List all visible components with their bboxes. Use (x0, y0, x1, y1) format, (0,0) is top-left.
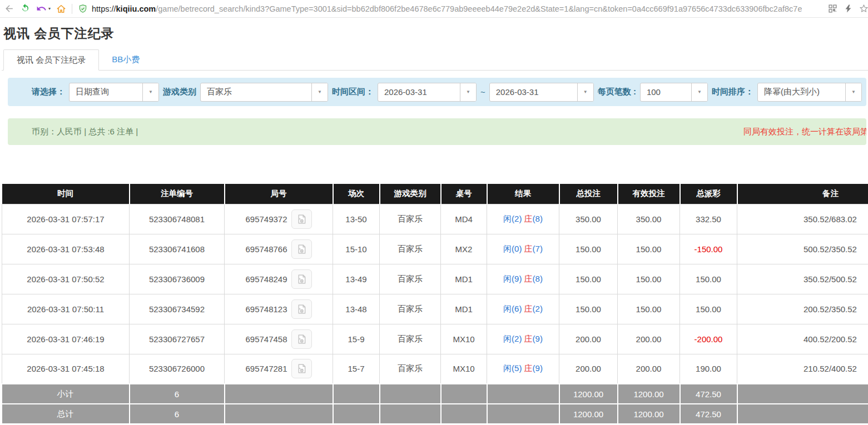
subtotal-count: 6 (130, 384, 225, 404)
cell-session: 13-48 (333, 294, 380, 324)
tab-bet-records[interactable]: 视讯 会员下注纪录 (3, 49, 99, 71)
result-player: 闲(5) (503, 363, 522, 373)
video-replay-button[interactable] (291, 299, 312, 319)
query-type-label: 请选择： (32, 87, 65, 97)
cell-session: 15-9 (333, 324, 380, 354)
cell-bet-id: 523306734592 (130, 294, 225, 324)
cell-payout: -150.00 (680, 234, 737, 264)
cell-valid-bet: 350.00 (618, 204, 680, 234)
table-row: 2026-03-31 07:50:52 523306736009 6957482… (2, 264, 868, 294)
cell-time: 2026-03-31 07:50:52 (2, 264, 130, 294)
cell-game-type: 百家乐 (380, 324, 441, 354)
video-replay-button[interactable] (291, 209, 312, 229)
sort-order-label: 时间排序： (712, 87, 753, 97)
round-id-value: 695747458 (245, 334, 287, 344)
sort-order-value: 降幂(由大到小) (758, 83, 845, 101)
result-banker: 庄 (524, 304, 533, 313)
cell-table-no: MX10 (441, 324, 487, 354)
cell-result: 闲(6) 庄(2) (487, 294, 559, 324)
cell-game-type: 百家乐 (380, 294, 441, 324)
date-to-select[interactable]: 2026-03-31 (489, 83, 594, 102)
cell-table-no: MD1 (441, 264, 487, 294)
home-icon[interactable] (56, 3, 67, 14)
back-icon[interactable] (3, 3, 14, 14)
cell-valid-bet: 150.00 (618, 234, 680, 264)
table-footer: 小计 6 1200.00 1200.00 472.50 总计 6 1200.00… (2, 384, 868, 424)
round-id-value: 695748249 (245, 274, 287, 284)
time-range-label: 时间区间： (332, 87, 374, 97)
cell-total-bet[interactable]: 150.00 (559, 234, 618, 264)
cell-remark: 350.52/683.02 (737, 204, 868, 234)
table-row: 2026-03-31 07:57:17 523306748081 6957493… (2, 204, 868, 234)
cell-total-bet[interactable]: 150.00 (559, 264, 618, 294)
total-row: 总计 6 1200.00 1200.00 472.50 (2, 404, 868, 424)
url-text[interactable]: https://kiqiiu.com/game/betrecord_search… (92, 4, 802, 13)
url-domain: kiqiiu.com (116, 4, 156, 13)
chevron-down-icon[interactable] (577, 83, 593, 101)
query-type-value: 日期查询 (70, 83, 142, 101)
security-shield-icon[interactable] (77, 3, 88, 14)
cell-total-bet[interactable]: 150.00 (559, 294, 618, 324)
game-type-value: 百家乐 (201, 83, 311, 101)
lightning-icon[interactable] (842, 3, 854, 14)
header-table-no: 桌号 (441, 184, 487, 204)
cell-total-bet[interactable]: 200.00 (559, 354, 618, 384)
cell-bet-id: 523306727657 (130, 324, 225, 354)
page-size-select[interactable]: 100 (640, 83, 708, 102)
sort-order-select[interactable]: 降幂(由大到小) (757, 83, 862, 102)
subtotal-payout: 472.50 (680, 384, 737, 404)
cell-round-id: 695748766 (225, 234, 333, 264)
tab-bb-tip[interactable]: BB小费 (99, 49, 152, 70)
cell-total-bet[interactable]: 200.00 (559, 324, 618, 354)
filter-bar: 请选择： 日期查询 游戏类别 百家乐 时间区间： 2026-03-31 ~ 20… (8, 78, 866, 106)
cell-result: 闲(9) 庄(8) (487, 264, 559, 294)
cell-valid-bet: 200.00 (618, 354, 680, 384)
chevron-down-icon[interactable] (691, 83, 707, 101)
currency-summary-text: 币别：人民币 | 总共 :6 注单 | (32, 127, 138, 137)
game-type-select[interactable]: 百家乐 (200, 83, 328, 102)
cell-time: 2026-03-31 07:53:48 (2, 234, 130, 264)
cell-time: 2026-03-31 07:50:11 (2, 294, 130, 324)
cell-game-type: 百家乐 (380, 354, 441, 384)
undo-icon[interactable] (36, 3, 47, 14)
video-replay-button[interactable] (291, 269, 312, 289)
cell-total-bet[interactable]: 350.00 (559, 204, 618, 234)
favorite-star-icon[interactable] (858, 3, 868, 14)
toolbar-divider (72, 4, 72, 14)
chevron-down-icon[interactable] (460, 83, 476, 101)
chevron-down-icon[interactable] (311, 83, 328, 101)
video-replay-button[interactable] (291, 239, 312, 259)
chevron-down-icon[interactable] (845, 83, 861, 101)
result-player: 闲(2) (503, 214, 522, 223)
header-game-type: 游戏类别 (380, 184, 441, 204)
video-replay-button[interactable] (291, 329, 312, 349)
video-replay-button[interactable] (291, 359, 312, 378)
chevron-down-icon[interactable] (142, 83, 158, 101)
reload-icon[interactable] (19, 3, 31, 14)
header-time: 时间 (2, 184, 130, 204)
address-bar[interactable]: https://kiqiiu.com/game/betrecord_search… (77, 3, 822, 14)
cell-valid-bet: 200.00 (618, 324, 680, 354)
cell-payout: -200.00 (680, 324, 737, 354)
cell-session: 13-49 (333, 264, 380, 294)
round-id-value: 695748123 (245, 304, 287, 314)
date-from-select[interactable]: 2026-03-31 (378, 83, 477, 102)
query-type-select[interactable]: 日期查询 (69, 83, 159, 102)
cell-bet-id: 523306748081 (130, 204, 225, 234)
undo-dropdown-caret[interactable]: ▾ (48, 6, 51, 11)
cell-remark: 400.52/200.52 (737, 324, 868, 354)
page-size-label: 每页笔数 : (598, 87, 636, 97)
cell-round-id: 695748249 (225, 264, 333, 294)
cell-payout: 332.50 (680, 204, 737, 234)
result-banker-score: (9) (533, 334, 543, 343)
cell-session: 15-7 (333, 354, 380, 384)
result-banker-score: (9) (533, 363, 543, 373)
header-total-bet: 总投注 (559, 184, 618, 204)
round-id-value: 695749372 (245, 214, 287, 224)
cell-bet-id: 523306736009 (130, 264, 225, 294)
cell-remark: 350.52/500.52 (737, 264, 868, 294)
table-row: 2026-03-31 07:46:19 523306727657 6957474… (2, 324, 868, 354)
table-row: 2026-03-31 07:53:48 523306741608 6957487… (2, 234, 868, 264)
qr-code-icon[interactable] (827, 3, 838, 14)
result-player: 闲(9) (503, 274, 522, 283)
